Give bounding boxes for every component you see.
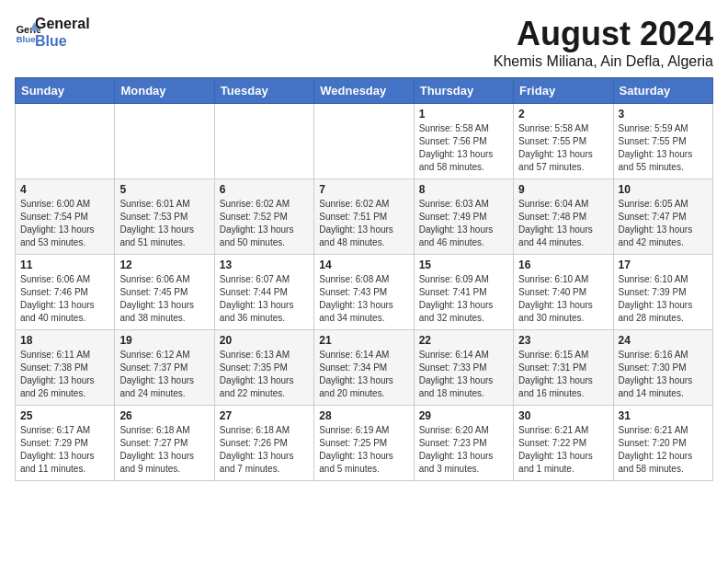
day-info: Sunrise: 6:16 AM Sunset: 7:30 PM Dayligh… [619,349,708,400]
calendar-cell: 12Sunrise: 6:06 AM Sunset: 7:45 PM Dayli… [115,255,214,330]
calendar-cell: 9Sunrise: 6:04 AM Sunset: 7:48 PM Daylig… [514,179,613,255]
calendar-cell [314,104,414,179]
calendar-week-row-5: 25Sunrise: 6:17 AM Sunset: 7:29 PM Dayli… [16,406,713,481]
day-info: Sunrise: 6:03 AM Sunset: 7:49 PM Dayligh… [419,198,508,249]
calendar-cell: 27Sunrise: 6:18 AM Sunset: 7:26 PM Dayli… [214,406,313,481]
day-number: 20 [220,334,309,347]
calendar-cell [214,104,313,179]
month-year-title: August 2024 [494,15,713,53]
svg-text:Blue: Blue [16,34,36,44]
day-info: Sunrise: 5:59 AM Sunset: 7:55 PM Dayligh… [619,122,708,174]
day-number: 24 [619,334,708,347]
day-number: 15 [419,259,508,271]
day-info: Sunrise: 6:17 AM Sunset: 7:29 PM Dayligh… [20,424,109,476]
day-info: Sunrise: 6:19 AM Sunset: 7:25 PM Dayligh… [319,424,408,476]
weekday-header-row: SundayMondayTuesdayWednesdayThursdayFrid… [16,78,713,104]
weekday-header-saturday: Saturday [613,78,712,104]
day-info: Sunrise: 6:01 AM Sunset: 7:53 PM Dayligh… [119,198,209,249]
calendar-week-row-1: 1Sunrise: 5:58 AM Sunset: 7:56 PM Daylig… [16,104,713,179]
day-number: 18 [20,334,109,347]
day-info: Sunrise: 6:00 AM Sunset: 7:54 PM Dayligh… [20,198,109,249]
day-info: Sunrise: 6:02 AM Sunset: 7:51 PM Dayligh… [319,198,408,249]
calendar-cell: 20Sunrise: 6:13 AM Sunset: 7:35 PM Dayli… [214,330,313,406]
day-number: 16 [518,259,608,271]
day-info: Sunrise: 6:21 AM Sunset: 7:22 PM Dayligh… [518,424,608,476]
day-number: 2 [518,108,608,121]
day-number: 26 [119,409,209,422]
day-number: 6 [220,183,309,196]
day-number: 13 [220,259,309,271]
day-info: Sunrise: 6:13 AM Sunset: 7:35 PM Dayligh… [220,349,309,400]
calendar-cell: 24Sunrise: 6:16 AM Sunset: 7:30 PM Dayli… [613,330,712,406]
calendar-cell: 10Sunrise: 6:05 AM Sunset: 7:47 PM Dayli… [613,179,712,255]
day-info: Sunrise: 6:05 AM Sunset: 7:47 PM Dayligh… [619,198,708,249]
calendar-week-row-4: 18Sunrise: 6:11 AM Sunset: 7:38 PM Dayli… [16,330,713,406]
day-number: 14 [319,259,408,271]
day-number: 21 [319,334,408,347]
day-number: 31 [619,409,708,422]
calendar-week-row-3: 11Sunrise: 6:06 AM Sunset: 7:46 PM Dayli… [16,255,713,330]
calendar-cell: 11Sunrise: 6:06 AM Sunset: 7:46 PM Dayli… [16,255,115,330]
calendar-cell: 26Sunrise: 6:18 AM Sunset: 7:27 PM Dayli… [115,406,214,481]
day-number: 17 [619,259,708,271]
day-info: Sunrise: 6:06 AM Sunset: 7:45 PM Dayligh… [119,273,209,325]
day-number: 10 [619,183,708,196]
day-number: 11 [20,259,109,271]
logo: General Blue General Blue [15,15,90,50]
calendar-cell [16,104,115,179]
day-info: Sunrise: 6:10 AM Sunset: 7:39 PM Dayligh… [619,273,708,325]
day-number: 3 [619,108,708,121]
calendar-cell: 22Sunrise: 6:14 AM Sunset: 7:33 PM Dayli… [414,330,513,406]
day-number: 27 [220,409,309,422]
day-number: 1 [419,108,508,121]
calendar-cell: 29Sunrise: 6:20 AM Sunset: 7:23 PM Dayli… [414,406,513,481]
calendar-cell: 5Sunrise: 6:01 AM Sunset: 7:53 PM Daylig… [115,179,214,255]
calendar-table: SundayMondayTuesdayWednesdayThursdayFrid… [15,77,713,481]
calendar-cell: 31Sunrise: 6:21 AM Sunset: 7:20 PM Dayli… [613,406,712,481]
day-info: Sunrise: 6:08 AM Sunset: 7:43 PM Dayligh… [319,273,408,325]
weekday-header-wednesday: Wednesday [314,78,414,104]
calendar-cell: 13Sunrise: 6:07 AM Sunset: 7:44 PM Dayli… [214,255,313,330]
calendar-cell: 4Sunrise: 6:00 AM Sunset: 7:54 PM Daylig… [16,179,115,255]
day-number: 8 [419,183,508,196]
header: General Blue General Blue August 2024 Kh… [15,15,713,70]
day-number: 9 [518,183,608,196]
calendar-cell: 16Sunrise: 6:10 AM Sunset: 7:40 PM Dayli… [514,255,613,330]
calendar-cell: 28Sunrise: 6:19 AM Sunset: 7:25 PM Dayli… [314,406,414,481]
day-number: 7 [319,183,408,196]
calendar-cell: 2Sunrise: 5:58 AM Sunset: 7:55 PM Daylig… [514,104,613,179]
day-number: 30 [518,409,608,422]
weekday-header-thursday: Thursday [414,78,513,104]
day-info: Sunrise: 5:58 AM Sunset: 7:55 PM Dayligh… [518,122,608,174]
weekday-header-friday: Friday [514,78,613,104]
day-info: Sunrise: 6:18 AM Sunset: 7:27 PM Dayligh… [119,424,209,476]
logo-blue: Blue [35,32,90,50]
day-info: Sunrise: 6:18 AM Sunset: 7:26 PM Dayligh… [220,424,309,476]
day-info: Sunrise: 6:21 AM Sunset: 7:20 PM Dayligh… [619,424,708,476]
calendar-cell: 6Sunrise: 6:02 AM Sunset: 7:52 PM Daylig… [214,179,313,255]
calendar-cell: 3Sunrise: 5:59 AM Sunset: 7:55 PM Daylig… [613,104,712,179]
day-info: Sunrise: 6:04 AM Sunset: 7:48 PM Dayligh… [518,198,608,249]
day-info: Sunrise: 6:20 AM Sunset: 7:23 PM Dayligh… [419,424,508,476]
day-info: Sunrise: 6:12 AM Sunset: 7:37 PM Dayligh… [119,349,209,400]
day-info: Sunrise: 6:02 AM Sunset: 7:52 PM Dayligh… [220,198,309,249]
calendar-cell: 1Sunrise: 5:58 AM Sunset: 7:56 PM Daylig… [414,104,513,179]
day-info: Sunrise: 6:14 AM Sunset: 7:33 PM Dayligh… [419,349,508,400]
day-number: 29 [419,409,508,422]
day-info: Sunrise: 6:07 AM Sunset: 7:44 PM Dayligh… [220,273,309,325]
calendar-cell: 21Sunrise: 6:14 AM Sunset: 7:34 PM Dayli… [314,330,414,406]
weekday-header-sunday: Sunday [16,78,115,104]
day-number: 25 [20,409,109,422]
day-number: 28 [319,409,408,422]
calendar-cell: 30Sunrise: 6:21 AM Sunset: 7:22 PM Dayli… [514,406,613,481]
day-number: 22 [419,334,508,347]
day-info: Sunrise: 5:58 AM Sunset: 7:56 PM Dayligh… [419,122,508,174]
day-number: 4 [20,183,109,196]
title-area: August 2024 Khemis Miliana, Ain Defla, A… [494,15,713,70]
location-subtitle: Khemis Miliana, Ain Defla, Algeria [494,53,713,70]
calendar-cell: 15Sunrise: 6:09 AM Sunset: 7:41 PM Dayli… [414,255,513,330]
day-number: 19 [119,334,209,347]
day-info: Sunrise: 6:09 AM Sunset: 7:41 PM Dayligh… [419,273,508,325]
day-number: 23 [518,334,608,347]
calendar-cell [115,104,214,179]
